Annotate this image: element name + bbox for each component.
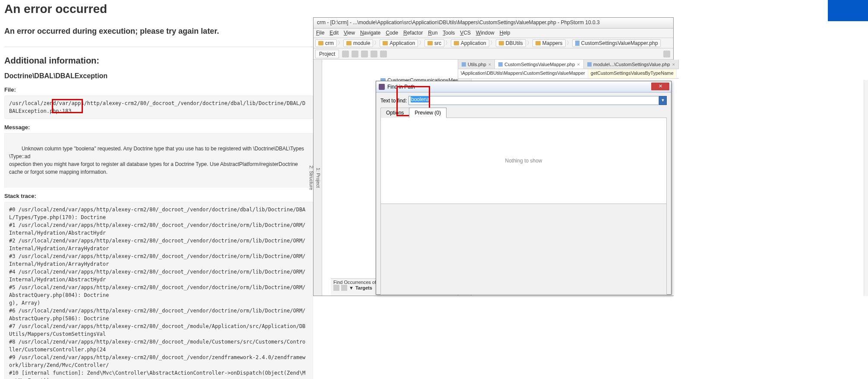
editor-tab[interactable]: CustomSettingsValueMapper.php× — [495, 60, 584, 69]
menu-item-file[interactable]: File — [316, 30, 324, 36]
menu-item-vcs[interactable]: VCS — [460, 30, 471, 36]
toolbar-icon[interactable] — [663, 51, 670, 57]
menu-item-help[interactable]: Help — [500, 30, 510, 36]
find-in-path-dialog: Find in Path ✕ Text to find: boolena ▼ O… — [376, 81, 672, 295]
breadcrumb-item[interactable]: CustomSettingsValueMapper.php — [572, 39, 661, 47]
breadcrumb-item[interactable]: crm — [315, 39, 337, 47]
breadcrumb-item[interactable]: module — [343, 39, 373, 47]
tool-icon[interactable] — [341, 285, 347, 291]
stack-trace: #0 /usr/local/zend/var/apps/http/alexey-… — [4, 202, 313, 379]
toolbar-icon[interactable] — [380, 51, 387, 57]
phpstorm-icon — [379, 84, 385, 90]
file-label: File: — [4, 86, 313, 93]
breadcrumb-item[interactable]: Application — [380, 39, 418, 47]
toolbar: Project — [314, 48, 673, 60]
message-value: Unknown column type "boolena" requested.… — [4, 133, 313, 188]
message-label: Message: — [4, 124, 313, 131]
menu-item-view[interactable]: View — [344, 30, 355, 36]
dialog-lower-panel — [380, 204, 667, 295]
close-button[interactable]: ✕ — [651, 83, 669, 90]
divider — [4, 47, 313, 47]
menu-item-navigate[interactable]: Navigate — [360, 30, 380, 36]
nothing-to-show: Nothing to show — [505, 158, 542, 164]
editor-path-method[interactable]: getCustomSettingsValuesByTypeName — [588, 69, 677, 78]
project-tool-label[interactable]: Project — [315, 50, 339, 58]
error-page: An error occurred An error occurred duri… — [4, 2, 313, 379]
breadcrumb-item[interactable]: Application — [451, 39, 489, 47]
decorative-blue-block — [828, 0, 868, 21]
toolbar-icon[interactable] — [342, 51, 349, 57]
toolbar-icon[interactable] — [352, 51, 358, 57]
breadcrumb-bar: crm〉module〉Application〉src〉Application〉D… — [314, 38, 673, 48]
toolbar-icon[interactable] — [361, 51, 368, 57]
tool-icon[interactable] — [333, 285, 339, 291]
file-value: /usr/local/zend/var/apps/http/alexey-crm… — [4, 96, 313, 119]
additional-info-heading: Additional information: — [4, 56, 313, 66]
menu-item-code[interactable]: Code — [386, 30, 398, 36]
window-titlebar: crm - [D:\crm] - ...\module\Application\… — [314, 18, 673, 29]
error-heading: An error occurred — [4, 2, 313, 16]
error-subheading: An error occurred during execution; plea… — [4, 27, 313, 36]
search-input[interactable]: boolena — [409, 96, 659, 105]
breadcrumb-item[interactable]: Mappers — [532, 39, 566, 47]
menu-item-tools[interactable]: Tools — [443, 30, 455, 36]
targets-label: Targets — [355, 285, 372, 290]
right-edge-strip — [864, 80, 868, 296]
menu-item-refactor[interactable]: Refactor — [403, 30, 423, 36]
breadcrumb-item[interactable]: DBUtils — [496, 39, 526, 47]
toolbar-icon[interactable] — [371, 51, 377, 57]
exception-class: Doctrine\DBAL\DBALException — [4, 72, 313, 80]
editor-tab[interactable]: Utils.php× — [458, 60, 495, 69]
preview-area: Nothing to show — [380, 118, 667, 204]
editor-tab[interactable]: module\...\CustomSettingsValue.php× — [584, 60, 679, 69]
side-tab-structure[interactable]: 2: Structure — [308, 60, 315, 296]
menu-item-edit[interactable]: Edit — [329, 30, 339, 36]
annotation-highlight-1 — [52, 99, 83, 113]
side-tool-tabs[interactable]: 1: Project 2: Structure — [314, 60, 322, 296]
tab-preview[interactable]: Preview (0) — [409, 108, 447, 118]
stack-label: Stack trace: — [4, 193, 313, 199]
menu-item-window[interactable]: Window — [476, 30, 494, 36]
breadcrumb-item[interactable]: src — [424, 39, 444, 47]
menu-bar: FileEditViewNavigateCodeRefactorRunTools… — [314, 29, 673, 38]
menu-item-run[interactable]: Run — [428, 30, 437, 36]
search-dropdown[interactable]: ▼ — [659, 96, 667, 105]
editor-path-namespace[interactable]: \Application\DBUtils\Mappers\CustomSetti… — [458, 69, 588, 78]
side-tab-project[interactable]: 1: Project — [315, 60, 322, 296]
